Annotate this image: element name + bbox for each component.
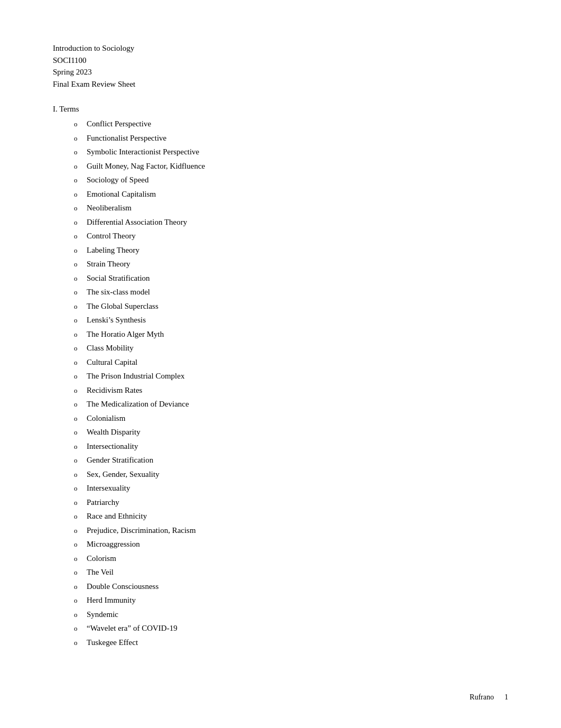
bullet-icon: o: [74, 119, 81, 130]
list-item: oSocial Stratification: [53, 272, 508, 284]
list-item: oSociology of Speed: [53, 174, 508, 186]
term-text: Strain Theory: [87, 258, 130, 270]
bullet-icon: o: [74, 610, 81, 620]
list-item: oThe Veil: [53, 566, 508, 578]
list-item: oPrejudice, Discrimination, Racism: [53, 524, 508, 537]
bullet-icon: o: [74, 189, 81, 200]
term-text: Sociology of Speed: [87, 174, 149, 186]
term-text: Gender Stratification: [87, 454, 153, 466]
document-title: Final Exam Review Sheet: [53, 78, 508, 90]
bullet-icon: o: [74, 203, 81, 214]
terms-list: oConflict PerspectiveoFunctionalist Pers…: [53, 118, 508, 648]
term-text: The Prison Industrial Complex: [87, 370, 184, 382]
bullet-icon: o: [74, 638, 81, 648]
list-item: oThe Global Superclass: [53, 300, 508, 312]
bullet-icon: o: [74, 385, 81, 396]
list-item: oTuskegee Effect: [53, 637, 508, 649]
bullet-icon: o: [74, 287, 81, 298]
list-item: oCultural Capital: [53, 356, 508, 368]
bullet-icon: o: [74, 343, 81, 354]
list-item: oRecidivism Rates: [53, 384, 508, 397]
list-item: oRace and Ethnicity: [53, 510, 508, 522]
bullet-icon: o: [74, 371, 81, 382]
bullet-icon: o: [74, 413, 81, 424]
bullet-icon: o: [74, 469, 81, 480]
list-item: oNeoliberalism: [53, 202, 508, 214]
bullet-icon: o: [74, 231, 81, 242]
list-item: oDouble Consciousness: [53, 580, 508, 593]
term-text: Prejudice, Discrimination, Racism: [87, 524, 196, 537]
term-text: Labeling Theory: [87, 244, 139, 256]
term-text: Symbolic Interactionist Perspective: [87, 146, 199, 158]
term-text: Class Mobility: [87, 342, 134, 354]
bullet-icon: o: [74, 161, 81, 172]
list-item: oPatriarchy: [53, 496, 508, 509]
term-text: Neoliberalism: [87, 202, 132, 214]
term-text: Syndemic: [87, 609, 118, 621]
term-text: The six-class model: [87, 286, 150, 298]
bullet-icon: o: [74, 526, 81, 536]
list-item: oMicroaggression: [53, 538, 508, 550]
term-text: Differential Association Theory: [87, 216, 187, 228]
bullet-icon: o: [74, 455, 81, 466]
list-item: oSex, Gender, Sexuality: [53, 468, 508, 481]
term-text: The Global Superclass: [87, 300, 158, 312]
term-text: Tuskegee Effect: [87, 637, 138, 649]
list-item: oIntersectionality: [53, 440, 508, 453]
term-text: Sex, Gender, Sexuality: [87, 468, 160, 481]
bullet-icon: o: [74, 554, 81, 564]
term-text: Intersectionality: [87, 440, 138, 453]
bullet-icon: o: [74, 497, 81, 508]
term-text: Conflict Perspective: [87, 118, 151, 130]
bullet-icon: o: [74, 273, 81, 284]
term-text: Social Stratification: [87, 272, 150, 284]
list-item: oThe six-class model: [53, 286, 508, 298]
footer: Rufrano 1: [470, 693, 508, 702]
term-text: Emotional Capitalism: [87, 188, 156, 200]
list-item: oThe Horatio Alger Myth: [53, 328, 508, 340]
term-text: “Wavelet era” of COVID-19: [87, 622, 177, 634]
bullet-icon: o: [74, 245, 81, 256]
bullet-icon: o: [74, 315, 81, 326]
term-text: Cultural Capital: [87, 356, 137, 368]
list-item: oLenski’s Synthesis: [53, 314, 508, 326]
bullet-icon: o: [74, 582, 81, 592]
bullet-icon: o: [74, 399, 81, 410]
section-title: I. Terms: [53, 105, 508, 114]
list-item: oControl Theory: [53, 230, 508, 242]
bullet-icon: o: [74, 259, 81, 270]
term-text: The Medicalization of Deviance: [87, 398, 189, 410]
list-item: oLabeling Theory: [53, 244, 508, 256]
list-item: oHerd Immunity: [53, 594, 508, 606]
course-name: Introduction to Sociology: [53, 42, 508, 54]
list-item: oThe Medicalization of Deviance: [53, 398, 508, 410]
list-item: oFunctionalist Perspective: [53, 132, 508, 144]
bullet-icon: o: [74, 301, 81, 312]
bullet-icon: o: [74, 441, 81, 452]
list-item: oGender Stratification: [53, 454, 508, 466]
list-item: oColorism: [53, 552, 508, 565]
header-block: Introduction to Sociology SOCI1100 Sprin…: [53, 42, 508, 90]
term-text: Lenski’s Synthesis: [87, 314, 146, 326]
term-text: Race and Ethnicity: [87, 510, 147, 522]
list-item: oStrain Theory: [53, 258, 508, 270]
footer-page: 1: [504, 693, 508, 702]
term-text: Colorism: [87, 552, 116, 565]
semester: Spring 2023: [53, 66, 508, 78]
list-item: o“Wavelet era” of COVID-19: [53, 622, 508, 634]
term-text: Colonialism: [87, 412, 125, 425]
list-item: oGuilt Money, Nag Factor, Kidfluence: [53, 160, 508, 172]
term-text: Intersexuality: [87, 482, 130, 494]
bullet-icon: o: [74, 147, 81, 158]
bullet-icon: o: [74, 483, 81, 494]
term-text: Herd Immunity: [87, 594, 136, 606]
term-text: The Veil: [87, 566, 114, 578]
list-item: oEmotional Capitalism: [53, 188, 508, 200]
term-text: Double Consciousness: [87, 580, 158, 593]
list-item: oIntersexuality: [53, 482, 508, 494]
term-text: Recidivism Rates: [87, 384, 142, 397]
list-item: oConflict Perspective: [53, 118, 508, 130]
list-item: oThe Prison Industrial Complex: [53, 370, 508, 382]
term-text: Guilt Money, Nag Factor, Kidfluence: [87, 160, 205, 172]
term-text: Functionalist Perspective: [87, 132, 166, 144]
